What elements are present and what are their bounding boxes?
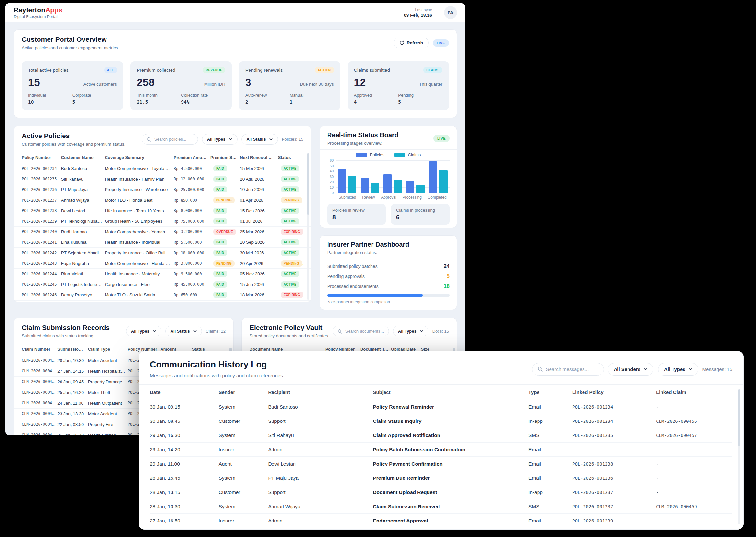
bar-group-processing — [406, 160, 425, 193]
bar-group-review — [360, 160, 379, 193]
metric-card: Claims submittedCLAIMS12This quarterAppr… — [348, 62, 449, 110]
column-header: Premium Status — [210, 155, 240, 160]
table-row[interactable]: 29 Jan, 14.20InsurerAdminPolicy Batch Su… — [150, 442, 733, 457]
metric-substat: Auto-renew2 — [245, 93, 290, 104]
status-badge: ACTIVE — [281, 186, 299, 192]
table-row[interactable]: POL-2026-001242PT Sejahtera AbadiPropert… — [14, 248, 311, 259]
column-header: Sender — [219, 390, 268, 395]
filter-select[interactable]: All Types — [393, 326, 429, 336]
table-row[interactable]: POL-2026-001236PT Maju JayaProperty Insu… — [14, 185, 311, 195]
status-stat-box: Claims in processing6 — [391, 204, 449, 225]
filter-select[interactable]: All Senders — [608, 363, 654, 376]
table-row[interactable]: POL-2026-001240Rudi HartonoMotor Compreh… — [14, 227, 311, 237]
policies-search-input[interactable] — [154, 137, 193, 142]
table-row[interactable]: POL-2026-001245PT Logistik IndonesiaCarg… — [14, 279, 311, 290]
legend-swatch — [394, 153, 405, 157]
status-badge: PAID — [213, 186, 227, 192]
filter-select[interactable]: All Status — [165, 326, 202, 336]
table-row[interactable]: POL-2026-001241Lina KusumaHealth Insuran… — [14, 237, 311, 248]
axis-tick-label: 50 — [330, 164, 334, 168]
status-badge: PAID — [213, 292, 227, 298]
metric-card: Pending renewalsACTION3Due next 30 daysA… — [239, 62, 340, 110]
metric-substat: Collection rate94% — [181, 93, 225, 104]
active-policies-section: Active Policies Customer policies with c… — [14, 126, 311, 303]
bar-claims-approval — [394, 180, 402, 193]
table-row[interactable]: 30 Jan, 09.15SystemBudi SantosoPolicy Re… — [150, 400, 733, 414]
status-badge: PAID — [213, 176, 227, 182]
table-row[interactable]: POL-2026-001244Rina MelatiHealth Insuran… — [14, 269, 311, 279]
column-header: Status — [278, 155, 303, 160]
comm-table: DateSenderRecipientSubjectTypeLinked Pol… — [139, 385, 743, 528]
chevron-down-icon — [420, 330, 423, 332]
vault-count: Docs: 15 — [432, 329, 449, 334]
table-row[interactable]: 28 Jan, 10.30SystemAhmad WijayaClaim Sub… — [150, 500, 733, 514]
column-header: Type — [528, 390, 572, 395]
filter-select-value: All Status — [171, 329, 190, 334]
partner-metric-row: Processed endorsements18 — [327, 281, 449, 291]
partner-metric-row: Submitted policy batches24 — [327, 261, 449, 271]
app-logo: RaytertonApps — [14, 6, 63, 14]
comm-search-input[interactable] — [545, 366, 598, 372]
table-row[interactable]: 28 Jan, 13.15CustomerSupportDocument Upl… — [150, 485, 733, 500]
metric-badge: ACTION — [315, 67, 334, 73]
chevron-down-icon — [269, 138, 273, 141]
claims-header: Claim Submission Records Submitted claim… — [14, 318, 233, 343]
table-row[interactable]: 27 Jan, 16.50InsurerAdminEndorsement App… — [150, 514, 733, 528]
table-row[interactable]: 28 Jan, 15.45SystemPT Maju JayaPremium D… — [150, 471, 733, 485]
table-row[interactable]: POL-2026-001238Dewi LestariLife Insuranc… — [14, 205, 311, 216]
table-row[interactable]: POL-2026-001234Budi SantosoMotor Compreh… — [14, 163, 311, 174]
policies-search-box — [142, 134, 198, 145]
bar-policies-submitted — [338, 169, 346, 193]
refresh-button[interactable]: Refresh — [394, 37, 429, 48]
axis-category-label: Approval — [381, 195, 396, 200]
metric-label: Claims submitted — [354, 67, 390, 73]
axis-tick-label: 30 — [330, 175, 334, 179]
bar-group-submitted — [338, 160, 356, 193]
metric-badge: REVENUE — [203, 67, 225, 73]
table-row[interactable]: POL-2026-001237Ahmad WijayaMotor TLO - H… — [14, 195, 311, 206]
avatar[interactable]: PA — [444, 6, 457, 19]
status-board-stats: Policies in review8Claims in processing6 — [320, 200, 457, 225]
metric-label: Total active policies — [28, 67, 68, 73]
metric-card: Total active policiesALL15Active custome… — [22, 62, 123, 110]
section-title: Active Policies — [22, 132, 125, 140]
filter-select[interactable]: All Status — [241, 134, 278, 145]
partner-body: Submitted policy batches24Pending approv… — [320, 259, 457, 310]
chevron-down-icon — [689, 368, 692, 370]
status-badge: EXPIRING — [281, 292, 303, 298]
table-row[interactable]: 30 Jan, 08.45CustomerSupportClaim Status… — [150, 414, 733, 428]
table-row[interactable]: POL-2026-001247Wulan SariLife Insurance … — [14, 301, 311, 303]
table-row[interactable]: 29 Jan, 16.30SystemSiti RahayuClaim Appr… — [150, 428, 733, 442]
header-divider — [438, 7, 438, 18]
metric-value: 12 — [354, 77, 366, 88]
metric-card: Premium collectedREVENUE258Million IDRTh… — [130, 62, 232, 110]
comm-header: Communication History Log Messages and n… — [139, 351, 743, 385]
vault-search-input[interactable] — [345, 328, 384, 334]
chevron-down-icon — [193, 330, 197, 332]
policies-filters: All TypesAll Status — [202, 134, 278, 145]
table-row[interactable]: POL-2026-001246Denny PrasetyoMotor TLO -… — [14, 290, 311, 301]
chart-x-labels: SubmittedReviewApprovalProcessingComplet… — [336, 195, 449, 200]
filter-select[interactable]: All Types — [202, 134, 237, 145]
table-row[interactable]: 29 Jan, 11.00AgentDewi LestariPolicy Pay… — [150, 457, 733, 471]
metric-value: 15 — [28, 77, 40, 88]
column-header: Linked Claim — [656, 390, 733, 395]
bar-claims-processing — [416, 185, 425, 193]
filter-select[interactable]: All Types — [658, 363, 698, 376]
filter-select[interactable]: All Types — [126, 326, 161, 336]
status-badge: PAID — [213, 250, 227, 256]
chevron-down-icon — [644, 368, 647, 370]
status-board-section: Real-time Status Board Processing stages… — [320, 126, 457, 228]
app-subtitle: Digital Ecosystem Portal — [14, 15, 63, 19]
table-row[interactable]: POL-2026-001239PT Teknologi NusantaraGro… — [14, 216, 311, 227]
table-row[interactable]: POL-2026-001243Fajar NugrahaMotor Compre… — [14, 258, 311, 269]
bar-policies-completed — [429, 161, 437, 193]
chart-plot-area — [336, 160, 449, 193]
overview-section: Customer Portal Overview Active policies… — [14, 29, 457, 118]
table-row[interactable]: POL-2026-001235Siti RahayuHealth Insuran… — [14, 174, 311, 185]
policies-scrollbar[interactable] — [307, 153, 310, 300]
section-title: Claim Submission Records — [22, 324, 110, 332]
comm-scrollbar[interactable] — [738, 390, 740, 524]
filter-select-value: All Types — [131, 329, 149, 334]
metric-substat: Approved4 — [354, 93, 399, 104]
